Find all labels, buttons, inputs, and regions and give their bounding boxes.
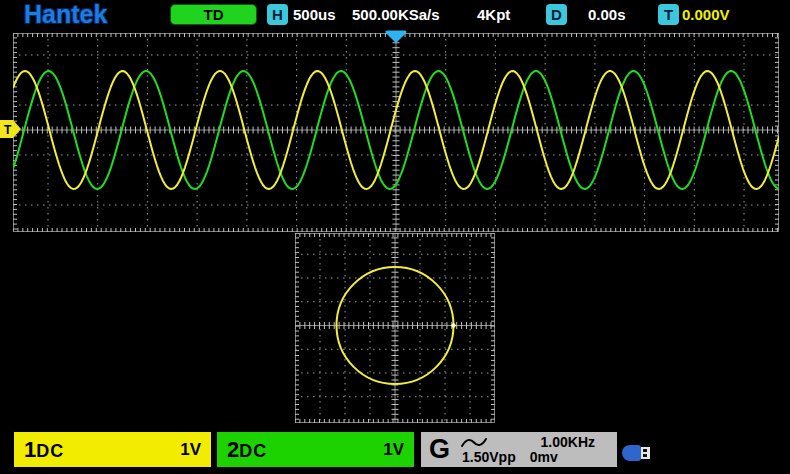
channel1-number: 1 — [24, 437, 36, 462]
generator-label: G — [429, 434, 450, 465]
delay-menu-icon[interactable]: D — [546, 4, 567, 25]
channel1-scale: 1V — [180, 440, 201, 460]
generator-amplitude: 1.50Vpp — [462, 450, 516, 465]
usb-body-shape — [622, 445, 641, 461]
trigger-menu-icon[interactable]: T — [658, 4, 679, 25]
horizontal-menu-icon[interactable]: H — [267, 4, 288, 25]
trigger-position-marker[interactable] — [385, 30, 407, 43]
trigger-position-triangle — [387, 32, 405, 41]
channel1-label: 1DC — [24, 437, 64, 463]
channel2-scale: 1V — [383, 440, 404, 460]
horizontal-delay-readout: 0.00s — [588, 6, 626, 23]
channel2-label: 2DC — [227, 437, 267, 463]
grid-layer — [295, 233, 495, 423]
generator-status-box[interactable]: G 1.00KHz 1.50Vpp 0mv — [421, 432, 617, 467]
xy-display-window — [295, 233, 495, 423]
main-waveform-graticule — [13, 33, 779, 232]
sample-rate-readout: 500.00KSa/s — [352, 6, 440, 23]
trigger-flag-label: T — [4, 123, 12, 137]
hantek-logo: Hantek — [24, 0, 107, 29]
grid-layer — [13, 33, 779, 232]
generator-readouts: 1.00KHz 1.50Vpp 0mv — [460, 435, 609, 464]
channel1-coupling: DC — [36, 441, 64, 461]
acquisition-mode-button[interactable]: TD — [170, 4, 257, 25]
generator-frequency: 1.00KHz — [541, 435, 595, 450]
channel2-coupling: DC — [239, 441, 267, 461]
top-status-bar: Hantek TD H 500us 500.00KSa/s 4Kpt D 0.0… — [0, 0, 790, 30]
trigger-level-readout: 0.000V — [682, 6, 730, 23]
usb-device-icon — [622, 443, 652, 463]
usb-plug-shape — [641, 447, 650, 459]
channel2-number: 2 — [227, 437, 239, 462]
record-length-readout: 4Kpt — [477, 6, 510, 23]
channel2-status-box[interactable]: 2DC 1V — [217, 432, 414, 467]
oscilloscope-screen: Hantek TD H 500us 500.00KSa/s 4Kpt D 0.0… — [0, 0, 790, 474]
generator-row1: 1.00KHz — [460, 435, 609, 450]
generator-offset: 0mv — [530, 450, 558, 465]
beam-hot-spot — [451, 323, 455, 327]
timebase-readout: 500us — [293, 6, 336, 23]
sine-wave-icon — [460, 436, 488, 449]
trigger-level-marker[interactable]: T — [0, 119, 24, 139]
channel1-status-box[interactable]: 1DC 1V — [14, 432, 211, 467]
generator-row2: 1.50Vpp 0mv — [460, 450, 609, 465]
